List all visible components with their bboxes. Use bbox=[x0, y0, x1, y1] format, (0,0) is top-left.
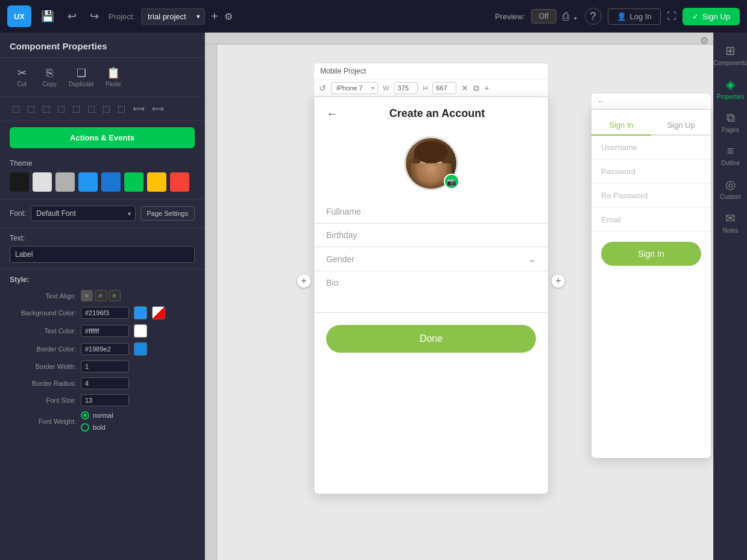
theme-color-gray[interactable] bbox=[55, 172, 75, 192]
align-right-outer-btn[interactable]: ⬚ bbox=[25, 101, 37, 116]
sidebar-item-notes[interactable]: ✉ Notes bbox=[715, 206, 746, 239]
distribute-v-btn[interactable]: ⬚ bbox=[115, 101, 128, 116]
help-button[interactable]: ? bbox=[585, 8, 602, 25]
align-center-h-btn[interactable]: ⬚ bbox=[70, 101, 83, 116]
border-color-input[interactable] bbox=[81, 343, 129, 355]
font-size-input[interactable] bbox=[81, 394, 129, 406]
password-field[interactable]: Password bbox=[591, 160, 711, 184]
border-width-row: Border Width: bbox=[10, 360, 195, 373]
birthday-field[interactable]: Birthday bbox=[314, 224, 548, 247]
font-weight-label: Font Weight: bbox=[10, 418, 76, 425]
align-left-btn[interactable]: ≡ bbox=[81, 290, 93, 301]
email-field[interactable]: Email bbox=[591, 208, 711, 232]
sidebar-item-custom[interactable]: ◎ Custom bbox=[715, 172, 746, 205]
frame-header-2: ← bbox=[591, 93, 711, 109]
add-handle-left[interactable]: + bbox=[297, 274, 311, 288]
properties-icon: ◈ bbox=[726, 77, 735, 92]
sidebar-item-components[interactable]: ⊞ Components bbox=[715, 39, 746, 71]
components-label: Components bbox=[713, 60, 747, 66]
signin-tabs: Sign In Sign Up bbox=[591, 110, 711, 136]
project-select[interactable]: trial project bbox=[141, 8, 205, 25]
paste-tool[interactable]: 📋 Paste bbox=[101, 64, 125, 90]
sidebar-item-pages[interactable]: ⧉ Pages bbox=[715, 106, 746, 138]
align-center-v-btn[interactable]: ⬚ bbox=[85, 101, 98, 116]
share-button[interactable]: ⎙ ▾ bbox=[563, 10, 579, 23]
theme-color-green[interactable] bbox=[124, 172, 143, 192]
fullname-field[interactable]: Fullname bbox=[314, 200, 548, 224]
login-button[interactable]: 👤 Log In bbox=[608, 8, 661, 25]
align-center-btn[interactable]: ≡ bbox=[95, 290, 107, 301]
width-input[interactable] bbox=[394, 82, 418, 94]
sidebar-item-properties[interactable]: ◈ Properties bbox=[715, 72, 746, 105]
frame-close-button[interactable]: ✕ bbox=[461, 83, 468, 93]
theme-color-light[interactable] bbox=[33, 172, 52, 192]
theme-color-yellow[interactable] bbox=[147, 172, 166, 192]
font-weight-bold-radio[interactable] bbox=[81, 423, 89, 432]
preview-toggle[interactable]: Off bbox=[531, 9, 556, 24]
preview-label: Preview: bbox=[495, 12, 525, 21]
font-selector[interactable]: Default Font bbox=[31, 206, 135, 221]
font-weight-normal-radio[interactable] bbox=[81, 411, 89, 420]
text-input[interactable] bbox=[10, 246, 195, 263]
theme-color-black[interactable] bbox=[10, 172, 29, 192]
fullscreen-button[interactable]: ⛶ bbox=[667, 11, 676, 22]
theme-color-red[interactable] bbox=[170, 172, 189, 192]
border-color-swatch[interactable] bbox=[134, 342, 147, 356]
copy-tool[interactable]: ⎘ Copy bbox=[37, 64, 61, 90]
gender-dropdown[interactable]: Gender ⌄ bbox=[326, 253, 536, 265]
font-weight-row: Font Weight: normal bold bbox=[10, 411, 195, 432]
bio-field[interactable]: Bio bbox=[314, 271, 548, 313]
border-radius-input[interactable] bbox=[81, 377, 129, 389]
tab-signin[interactable]: Sign In bbox=[591, 116, 651, 136]
text-section: Text: bbox=[0, 228, 204, 269]
add-handle-right[interactable]: + bbox=[551, 274, 566, 288]
flip-h-btn[interactable]: ⟺ bbox=[130, 101, 147, 116]
text-color-swatch[interactable] bbox=[134, 324, 147, 338]
tab-signup[interactable]: Sign Up bbox=[651, 116, 711, 134]
username-field[interactable]: Username bbox=[591, 136, 711, 160]
paste-label: Paste bbox=[106, 81, 121, 87]
theme-color-blue1[interactable] bbox=[78, 172, 98, 192]
actions-events-button[interactable]: Actions & Events bbox=[10, 127, 195, 148]
height-input[interactable] bbox=[432, 82, 456, 94]
duplicate-tool[interactable]: ❑ Duplicate bbox=[65, 64, 98, 90]
back-button[interactable]: ← bbox=[326, 107, 338, 121]
page-settings-button[interactable]: Page Settings bbox=[140, 206, 195, 221]
border-color-row: Border Color: bbox=[10, 342, 195, 356]
rotate-icon[interactable]: ↺ bbox=[319, 83, 326, 93]
alignment-row: ⬚ ⬚ ⬚ ⬚ ⬚ ⬚ ⬚ ⬚ ⟺ ⟺ bbox=[0, 96, 204, 121]
re-password-field[interactable]: Re Password bbox=[591, 184, 711, 208]
mobile-frame-2: ← Sign In Sign Up Username Password Re P… bbox=[591, 93, 711, 459]
bg-gradient-swatch[interactable] bbox=[152, 306, 165, 319]
bg-color-swatch[interactable] bbox=[134, 306, 147, 319]
add-project-button[interactable]: + bbox=[211, 10, 218, 24]
align-bottom-outer-btn[interactable]: ⬚ bbox=[55, 101, 68, 116]
align-top-outer-btn[interactable]: ⬚ bbox=[40, 101, 52, 116]
signup-button[interactable]: ✓ Sign Up bbox=[682, 8, 740, 25]
distribute-h-btn[interactable]: ⬚ bbox=[100, 101, 113, 116]
font-select[interactable]: Default Font bbox=[31, 206, 135, 221]
bg-color-input[interactable] bbox=[81, 307, 129, 319]
align-right-btn[interactable]: ≡ bbox=[109, 290, 121, 301]
text-color-input[interactable] bbox=[81, 325, 129, 337]
redo-button[interactable]: ↪ bbox=[86, 7, 102, 25]
undo-button[interactable]: ↩ bbox=[64, 7, 80, 25]
project-selector[interactable]: trial project bbox=[141, 8, 205, 25]
cut-tool[interactable]: ✂ Cut bbox=[10, 64, 34, 90]
text-align-row: Text Align: ≡ ≡ ≡ bbox=[10, 290, 195, 301]
sidebar-item-outline[interactable]: ≡ Outline bbox=[715, 139, 746, 171]
device-selector[interactable]: iPhone 7 bbox=[331, 82, 378, 94]
frame-copy-button[interactable]: ⧉ bbox=[473, 83, 479, 93]
save-button[interactable]: 💾 bbox=[37, 7, 58, 25]
align-left-outer-btn[interactable]: ⬚ bbox=[10, 101, 22, 116]
camera-button[interactable]: 📷 bbox=[444, 174, 459, 189]
device-select[interactable]: iPhone 7 bbox=[331, 82, 378, 94]
theme-color-blue2[interactable] bbox=[101, 172, 121, 192]
frame-add-button[interactable]: + bbox=[484, 83, 489, 93]
signin-button[interactable]: Sign In bbox=[601, 242, 701, 266]
gender-field[interactable]: Gender ⌄ bbox=[314, 247, 548, 271]
done-button[interactable]: Done bbox=[326, 325, 536, 353]
border-width-input[interactable] bbox=[81, 360, 129, 373]
flip-v-btn[interactable]: ⟺ bbox=[150, 101, 166, 116]
project-settings-button[interactable]: ⚙ bbox=[224, 11, 233, 22]
